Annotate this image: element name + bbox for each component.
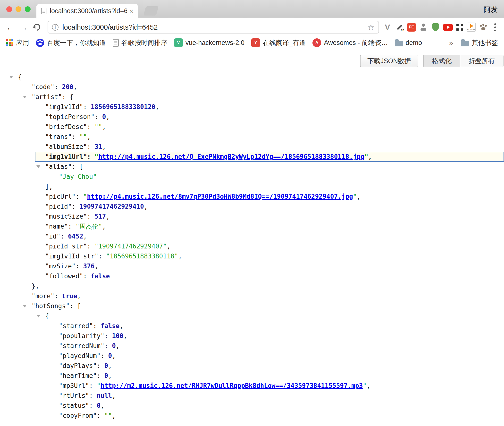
json-token: {	[45, 312, 49, 320]
fehelper-extension-icon[interactable]: FE	[407, 23, 416, 32]
json-token: null	[97, 392, 112, 399]
collapse-toggle-icon[interactable]	[36, 165, 40, 168]
json-token: "	[363, 382, 367, 389]
json-token: ,	[367, 382, 370, 389]
bookmark-other-bookmarks[interactable]: 其他书签	[458, 38, 501, 47]
browser-window: localhost:3000/artists?id=645 × 阿发 ← → i…	[0, 0, 504, 421]
collapse-toggle-icon[interactable]	[36, 315, 40, 317]
browser-tab[interactable]: localhost:3000/artists?id=645 ×	[36, 4, 138, 18]
new-tab-button[interactable]	[143, 6, 159, 16]
tab-bar: localhost:3000/artists?id=645 × 阿发	[0, 0, 504, 18]
tab-close-icon[interactable]: ×	[129, 7, 134, 15]
tab-title: localhost:3000/artists?id=645	[50, 7, 127, 15]
player-extension-icon[interactable]: PLAYER	[467, 23, 476, 32]
minimize-window-button[interactable]	[16, 6, 21, 12]
json-token: ,	[123, 332, 127, 340]
bookmarks-overflow-chevron[interactable]: »	[449, 38, 453, 47]
bookmark-label: 其他书签	[472, 38, 498, 47]
bookmark-baidu[interactable]: 百度一下，你就知道	[33, 38, 109, 47]
json-line: "popularity": 100,	[0, 331, 504, 341]
folder-icon	[461, 41, 469, 46]
json-line: "Jay Chou"	[0, 172, 504, 182]
json-token: "topicPerson"	[45, 113, 95, 120]
collapse-toggle-icon[interactable]	[23, 96, 27, 98]
json-line: "hotSongs": [	[0, 301, 504, 311]
profile-name[interactable]: 阿发	[484, 5, 498, 15]
json-line: "mvSize": 376,	[0, 261, 504, 271]
json-token: "picId_str"	[45, 243, 87, 250]
bookmark-awesomes[interactable]: AAwesomes - 前端资…	[310, 38, 391, 47]
url-text[interactable]: localhost:3000/artists?id=6452	[62, 23, 365, 31]
json-token: 0	[104, 372, 108, 379]
green-shield-adblock-extension-icon[interactable]	[431, 23, 440, 32]
json-line: "topicPerson": 0,	[0, 112, 504, 122]
json-line: "trans": "",	[0, 132, 504, 142]
bookmark-vue-hackernews[interactable]: Vvue-hackernews-2.0	[171, 38, 247, 47]
json-token: "code"	[32, 83, 54, 91]
json-token: "copyFrom"	[59, 412, 97, 419]
person-extension-icon[interactable]	[419, 23, 428, 32]
bookmark-youdao-translate[interactable]: Y在线翻译_有道	[249, 38, 308, 47]
bookmark-apps[interactable]: 应用	[3, 38, 32, 47]
json-token: ,	[112, 412, 116, 419]
json-token: :	[87, 213, 94, 220]
bookmark-star-icon[interactable]: ☆	[367, 22, 375, 32]
json-line: "copyFrom": "",	[0, 411, 504, 421]
bookmark-label: 应用	[16, 38, 29, 47]
json-token: ,	[106, 113, 110, 120]
bookmark-google-time-sort[interactable]: 谷歌按时间排序	[110, 38, 170, 47]
json-token: "followed"	[45, 273, 83, 280]
json-token: ,	[73, 83, 77, 91]
forward-button[interactable]: →	[17, 23, 30, 32]
json-token: :	[60, 233, 68, 240]
json-line-highlighted: "img1v1Url": "http://p4.music.126.net/Q_…	[35, 152, 504, 162]
awesomes-icon: A	[312, 38, 321, 47]
json-line: "musicSize": 517,	[0, 212, 504, 222]
json-token: :	[104, 342, 112, 349]
json-token: 517	[95, 213, 106, 220]
bookmark-demo[interactable]: demo	[392, 39, 425, 47]
json-token: ,	[167, 243, 171, 250]
json-url-link[interactable]: http://p4.music.126.net/8mv7qP30Pd3oHW8b…	[87, 193, 353, 200]
gray-v-extension-icon[interactable]: V	[383, 23, 392, 32]
json-token: 0	[112, 342, 116, 349]
json-line: "img1v1Id_str": "18569651883380118",	[0, 251, 504, 261]
json-token: :	[104, 332, 112, 340]
qrcode-extension-icon[interactable]	[456, 23, 464, 31]
translate-pen-extension-icon[interactable]: en	[395, 23, 404, 32]
json-token: ,	[102, 123, 106, 130]
download-json-button[interactable]: 下载JSON数据	[360, 55, 418, 67]
page-info-icon[interactable]: i	[52, 24, 59, 31]
bookmark-label: vue-hackernews-2.0	[185, 39, 244, 47]
collapse-toggle-icon[interactable]	[9, 76, 13, 78]
json-token: :	[97, 412, 104, 419]
json-line: "picUrl": "http://p4.music.126.net/8mv7q…	[0, 192, 504, 202]
collapse-toggle-icon[interactable]	[23, 305, 27, 307]
json-token: "status"	[59, 402, 89, 409]
json-token: false	[101, 322, 119, 330]
paw-extension-icon[interactable]	[479, 23, 488, 32]
tab-favicon-icon	[41, 8, 46, 14]
json-token: "周杰伦"	[76, 223, 102, 230]
json-line: "albumSize": 31,	[0, 142, 504, 152]
json-token: ,	[112, 352, 116, 359]
json-token: :	[93, 322, 101, 330]
collapse-all-button[interactable]: 折叠所有	[460, 55, 504, 67]
back-button[interactable]: ←	[4, 23, 17, 32]
json-line: "id": 6452,	[0, 231, 504, 241]
json-url-link[interactable]: http://m2.music.126.net/RMJR7wDullRqppBk…	[101, 382, 363, 389]
json-token: ,	[155, 103, 159, 111]
json-url-link[interactable]: http://p4.music.126.net/Q_ExePNkmgB2yWyL…	[98, 153, 364, 160]
apps-icon	[6, 39, 13, 46]
json-token: 18569651883380120	[91, 103, 155, 111]
youtube-extension-icon[interactable]	[443, 24, 453, 31]
format-button[interactable]: 格式化	[423, 55, 460, 67]
reload-button[interactable]	[32, 22, 42, 32]
close-window-button[interactable]	[6, 6, 12, 12]
json-line: },	[0, 281, 504, 291]
json-line: "picId_str": "19097417462929407",	[0, 241, 504, 251]
fullscreen-window-button[interactable]	[25, 6, 31, 12]
browser-menu-button[interactable]	[490, 23, 500, 31]
url-bar[interactable]: i localhost:3000/artists?id=6452 ☆	[48, 21, 379, 34]
json-token: "mvSize"	[45, 263, 76, 270]
